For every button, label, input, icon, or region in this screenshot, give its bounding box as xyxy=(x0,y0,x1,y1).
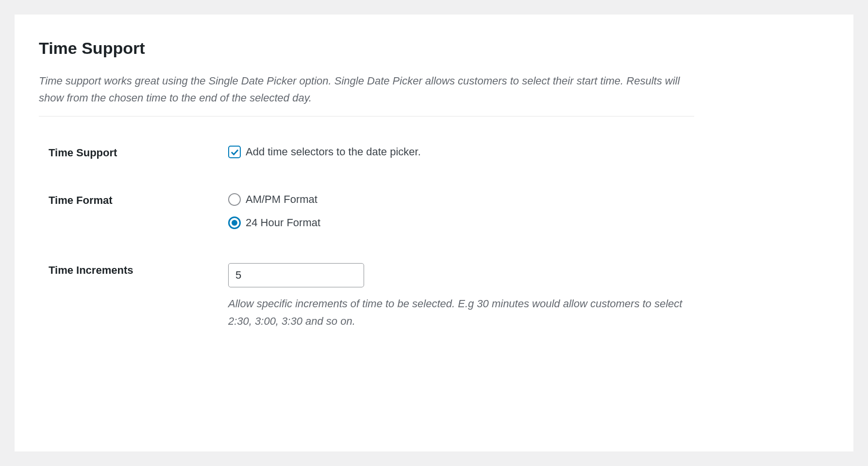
radio-label-24-hour: 24 Hour Format xyxy=(246,216,320,229)
input-time-increments[interactable] xyxy=(228,263,364,287)
section-description: Time support works great using the Singl… xyxy=(39,72,694,116)
label-time-increments: Time Increments xyxy=(49,263,228,277)
section-title: Time Support xyxy=(39,39,829,58)
control-time-increments: Allow specific increments of time to be … xyxy=(228,263,829,329)
checkbox-time-support[interactable] xyxy=(228,146,241,158)
radio-dot-icon xyxy=(232,220,237,226)
radio-option-24-hour: 24 Hour Format xyxy=(228,216,829,229)
checkbox-label-time-support: Add time selectors to the date picker. xyxy=(246,146,421,158)
row-time-support: Time Support Add time selectors to the d… xyxy=(39,146,829,159)
form-table: Time Support Add time selectors to the d… xyxy=(39,146,829,329)
label-time-format: Time Format xyxy=(49,193,228,207)
radio-label-am-pm: AM/PM Format xyxy=(246,193,317,206)
label-time-support: Time Support xyxy=(49,146,228,159)
row-time-increments: Time Increments Allow specific increment… xyxy=(39,263,829,329)
checkmark-icon xyxy=(230,148,239,157)
settings-panel: Time Support Time support works great us… xyxy=(15,15,853,451)
radio-24-hour[interactable] xyxy=(228,216,241,229)
control-time-support: Add time selectors to the date picker. xyxy=(228,146,829,158)
help-time-increments: Allow specific increments of time to be … xyxy=(228,295,687,329)
row-time-format: Time Format AM/PM Format 24 Hour Format xyxy=(39,193,829,229)
radio-option-am-pm: AM/PM Format xyxy=(228,193,829,206)
control-time-format: AM/PM Format 24 Hour Format xyxy=(228,193,829,229)
checkbox-row-time-support: Add time selectors to the date picker. xyxy=(228,146,829,158)
radio-am-pm[interactable] xyxy=(228,193,241,206)
